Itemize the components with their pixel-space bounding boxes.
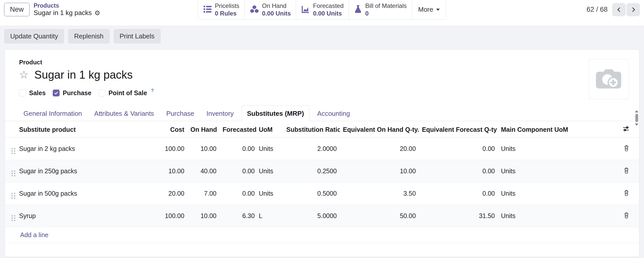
column-header-substitute-product[interactable]: Substitute product	[16, 121, 159, 138]
cubes-icon	[250, 5, 259, 15]
delete-row-button[interactable]	[623, 212, 629, 219]
cell-forecasted[interactable]: 0.00	[220, 160, 258, 182]
column-header-forecasted[interactable]: Forecasted	[220, 121, 258, 138]
add-a-line-link[interactable]: Add a line	[20, 231, 48, 238]
scrollbar-up-arrow[interactable]	[635, 110, 638, 112]
replenish-button[interactable]: Replenish	[68, 29, 110, 44]
cell-cost[interactable]: 20.00	[159, 182, 187, 205]
chevron-right-icon	[630, 6, 637, 13]
table-row[interactable]: Sugar in 2 kg packs 100.00 10.00 0.00 Un…	[5, 138, 639, 160]
optional-columns-button[interactable]	[623, 125, 629, 132]
product-title[interactable]: Sugar in 1 kg packs	[34, 68, 133, 81]
cell-uom[interactable]: L	[258, 205, 283, 227]
breadcrumb-area: New Products Sugar in 1 kg packs ⚙	[4, 2, 198, 17]
cell-substitute-product[interactable]: Sugar in 500g packs	[16, 182, 159, 205]
table-row[interactable]: Syrup 100.00 10.00 6.30 L 5.0000 50.00 3…	[5, 205, 639, 227]
settings-gear-icon[interactable]: ⚙	[94, 10, 100, 16]
cell-substitution-ratio[interactable]: 5.0000	[283, 205, 340, 227]
sales-checkbox-label: Sales	[29, 89, 46, 97]
cell-uom[interactable]: Units	[258, 138, 283, 160]
cell-main-component-uom[interactable]: Units	[498, 138, 575, 160]
cell-forecasted[interactable]: 0.00	[220, 182, 258, 205]
cell-substitute-product[interactable]: Sugar in 2 kg packs	[16, 138, 159, 160]
new-button[interactable]: New	[4, 3, 30, 16]
pager-next-button[interactable]	[626, 3, 640, 16]
cell-on-hand[interactable]: 10.00	[187, 205, 220, 227]
cell-main-component-uom[interactable]: Units	[498, 160, 575, 182]
column-header-uom[interactable]: UoM	[258, 121, 283, 138]
stat-button-pricelists[interactable]: Pricelists 0 Rules	[198, 0, 245, 19]
tab-general-information[interactable]: General Information	[19, 105, 86, 121]
cell-substitution-ratio[interactable]: 0.2500	[283, 160, 340, 182]
cell-substitution-ratio[interactable]: 2.0000	[283, 138, 340, 160]
more-button[interactable]: More	[412, 0, 446, 19]
cell-on-hand[interactable]: 40.00	[187, 160, 220, 182]
column-header-main-component-uom[interactable]: Main Component UoM	[498, 121, 575, 138]
product-image-placeholder[interactable]	[589, 59, 629, 99]
cell-equivalent-forecast[interactable]: 0.00	[419, 182, 498, 205]
tab-purchase[interactable]: Purchase	[162, 105, 199, 121]
cell-equivalent-on-hand[interactable]: 3.50	[340, 182, 419, 205]
sliders-icon	[623, 125, 629, 132]
column-header-substitution-ratio[interactable]: Substitution Ratio	[283, 121, 340, 138]
cell-on-hand[interactable]: 10.00	[187, 138, 220, 160]
drag-handle-icon[interactable]	[11, 148, 15, 154]
scrollbar-thumb[interactable]	[635, 114, 638, 122]
cell-cost[interactable]: 100.00	[159, 205, 187, 227]
stat-button-forecasted[interactable]: Forecasted 0.00 Units	[296, 0, 349, 19]
tab-accounting[interactable]: Accounting	[313, 105, 354, 121]
point-of-sale-checkbox-box[interactable]	[99, 90, 105, 96]
drag-handle-icon[interactable]	[11, 193, 15, 199]
vertical-scrollbar[interactable]	[635, 110, 638, 126]
cell-equivalent-on-hand[interactable]: 10.00	[340, 160, 419, 182]
cell-uom[interactable]: Units	[258, 160, 283, 182]
checkbox-purchase[interactable]: Purchase	[53, 89, 91, 97]
help-question-mark[interactable]: ?	[151, 88, 154, 93]
cell-equivalent-forecast[interactable]: 31.50	[419, 205, 498, 227]
breadcrumb-parent-link[interactable]: Products	[34, 2, 100, 9]
cell-forecasted[interactable]: 0.00	[220, 138, 258, 160]
drag-handle-icon[interactable]	[11, 215, 15, 221]
cell-equivalent-on-hand[interactable]: 50.00	[340, 205, 419, 227]
cell-main-component-uom[interactable]: Units	[498, 205, 575, 227]
stat-value: 0	[365, 10, 407, 17]
stat-button-bill-of-materials[interactable]: Bill of Materials 0	[349, 0, 412, 19]
table-row[interactable]: Sugar in 500g packs 20.00 7.00 0.00 Unit…	[5, 182, 639, 205]
cell-main-component-uom[interactable]: Units	[498, 182, 575, 205]
product-section-label: Product	[19, 59, 625, 66]
cell-equivalent-forecast[interactable]: 0.00	[419, 160, 498, 182]
cell-substitute-product[interactable]: Syrup	[16, 205, 159, 227]
check-icon	[54, 91, 59, 95]
favorite-star-icon[interactable]: ☆	[19, 69, 29, 80]
cell-substitute-product[interactable]: Sugar in 250g packs	[16, 160, 159, 182]
cell-substitution-ratio[interactable]: 0.5000	[283, 182, 340, 205]
delete-row-button[interactable]	[623, 190, 629, 196]
cell-uom[interactable]: Units	[258, 182, 283, 205]
tab-substitutes-mrp[interactable]: Substitutes (MRP)	[242, 105, 309, 121]
stat-button-on-hand[interactable]: On Hand 0.00 Units	[245, 0, 296, 19]
tab-inventory[interactable]: Inventory	[202, 105, 238, 121]
sales-checkbox-box[interactable]	[19, 90, 26, 96]
drag-handle-icon[interactable]	[11, 170, 15, 176]
purchase-checkbox-box[interactable]	[53, 90, 60, 96]
pager-previous-button[interactable]	[612, 3, 626, 16]
cell-equivalent-forecast[interactable]: 0.00	[419, 138, 498, 160]
delete-row-button[interactable]	[623, 145, 629, 151]
cell-cost[interactable]: 100.00	[159, 138, 187, 160]
column-header-equivalent-forecast[interactable]: Equivalent Forecast Q-ty ...	[419, 121, 498, 138]
tab-attributes-variants[interactable]: Attributes & Variants	[90, 105, 158, 121]
cell-on-hand[interactable]: 7.00	[187, 182, 220, 205]
delete-row-button[interactable]	[623, 167, 629, 174]
update-quantity-button[interactable]: Update Quantity	[4, 29, 64, 44]
column-header-on-hand[interactable]: On Hand	[187, 121, 220, 138]
cell-forecasted[interactable]: 6.30	[220, 205, 258, 227]
column-header-equivalent-on-hand[interactable]: Equivalent On Hand Q-ty...	[340, 121, 419, 138]
cell-equivalent-on-hand[interactable]: 20.00	[340, 138, 419, 160]
checkbox-sales[interactable]: Sales	[19, 89, 46, 97]
checkbox-point-of-sale[interactable]: Point of Sale ?	[99, 89, 154, 97]
column-header-cost[interactable]: Cost	[159, 121, 187, 138]
scrollbar-down-arrow[interactable]	[635, 123, 638, 126]
print-labels-button[interactable]: Print Labels	[114, 29, 161, 44]
cell-cost[interactable]: 10.00	[159, 160, 187, 182]
table-row[interactable]: Sugar in 250g packs 10.00 40.00 0.00 Uni…	[5, 160, 639, 182]
